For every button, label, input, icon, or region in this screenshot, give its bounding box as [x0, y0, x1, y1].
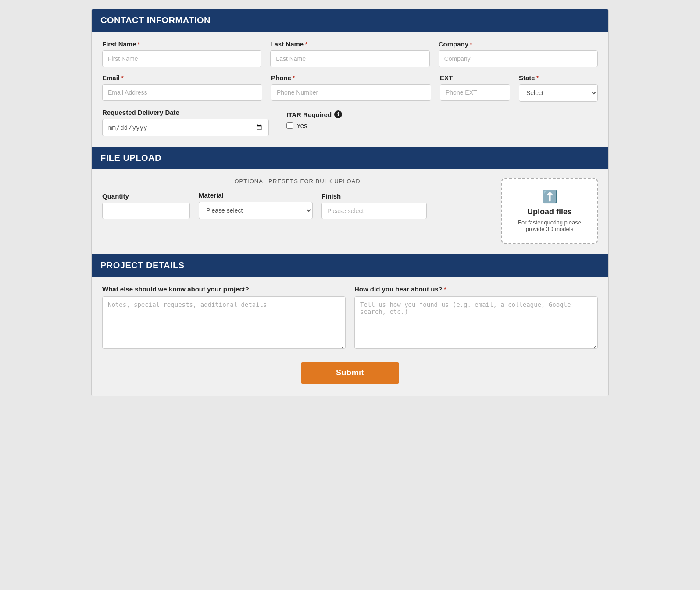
hear-about-label: How did you hear about us?*: [354, 285, 598, 293]
hear-about-group: How did you hear about us?*: [354, 285, 598, 349]
file-upload-section-header: FILE UPLOAD: [92, 147, 608, 169]
quantity-label: Quantity: [102, 192, 190, 200]
presets-row: Quantity Material Please select Aluminum…: [102, 192, 493, 219]
ext-input[interactable]: [440, 84, 510, 101]
email-input[interactable]: [102, 84, 262, 101]
project-row: What else should we know about your proj…: [102, 285, 598, 349]
itar-checkbox-row: Yes: [286, 122, 342, 129]
contact-row-3: Requested Delivery Date ITAR Required ℹ …: [102, 109, 598, 136]
ext-label: EXT: [440, 74, 510, 82]
project-section-title: PROJECT DETAILS: [100, 260, 185, 270]
contact-row-1: First Name* Last Name* Company*: [102, 40, 598, 67]
email-label: Email*: [102, 74, 262, 82]
itar-group: ITAR Required ℹ Yes: [286, 109, 342, 129]
project-section-body: What else should we know about your proj…: [92, 277, 608, 396]
quantity-input[interactable]: [102, 203, 190, 219]
ext-group: EXT: [440, 74, 510, 102]
form-container: CONTACT INFORMATION First Name* Last Nam…: [91, 9, 609, 396]
contact-section-body: First Name* Last Name* Company*: [92, 32, 608, 147]
email-group: Email*: [102, 74, 262, 102]
upload-title: Upload files: [527, 207, 572, 217]
material-group: Material Please select Aluminum Steel Ti…: [199, 192, 313, 219]
itar-yes-label: Yes: [296, 122, 307, 129]
finish-group: Finish: [321, 192, 427, 219]
delivery-date-label: Requested Delivery Date: [102, 109, 269, 116]
presets-divider: OPTIONAL PRESETS FOR BULK UPLOAD: [102, 178, 493, 185]
company-input[interactable]: [439, 50, 598, 67]
project-section-header: PROJECT DETAILS: [92, 254, 608, 277]
first-name-group: First Name*: [102, 40, 261, 67]
quantity-group: Quantity: [102, 192, 190, 219]
last-name-group: Last Name*: [270, 40, 429, 67]
contact-section-title: CONTACT INFORMATION: [100, 15, 211, 25]
submit-button[interactable]: Submit: [301, 362, 399, 384]
itar-info-icon[interactable]: ℹ: [334, 110, 342, 118]
presets-area: OPTIONAL PRESETS FOR BULK UPLOAD Quantit…: [102, 178, 493, 219]
presets-label: OPTIONAL PRESETS FOR BULK UPLOAD: [234, 178, 360, 185]
file-upload-section-body: OPTIONAL PRESETS FOR BULK UPLOAD Quantit…: [92, 169, 608, 254]
delivery-date-group: Requested Delivery Date: [102, 109, 269, 136]
company-group: Company*: [439, 40, 598, 67]
itar-checkbox[interactable]: [286, 122, 293, 129]
state-group: State* Select AL AK AZ CA CO FL GA TX NY: [519, 74, 598, 102]
upload-subtitle: For faster quoting please provide 3D mod…: [509, 219, 590, 232]
finish-label: Finish: [321, 192, 427, 200]
upload-icon: ⬆️: [542, 189, 557, 204]
first-name-label: First Name*: [102, 40, 261, 48]
phone-label: Phone*: [271, 74, 431, 82]
notes-group: What else should we know about your proj…: [102, 285, 346, 349]
last-name-label: Last Name*: [270, 40, 429, 48]
submit-row: Submit: [102, 358, 598, 385]
hear-about-textarea[interactable]: [354, 296, 598, 349]
delivery-date-input[interactable]: [102, 119, 269, 136]
phone-input[interactable]: [271, 84, 431, 101]
finish-input[interactable]: [321, 203, 427, 219]
state-label: State*: [519, 74, 598, 82]
material-label: Material: [199, 192, 313, 199]
phone-group: Phone*: [271, 74, 431, 102]
notes-label: What else should we know about your proj…: [102, 285, 346, 293]
notes-textarea[interactable]: [102, 296, 346, 349]
itar-label-row: ITAR Required ℹ: [286, 110, 342, 118]
last-name-input[interactable]: [270, 50, 429, 67]
itar-label: ITAR Required: [286, 111, 332, 118]
company-label: Company*: [439, 40, 598, 48]
upload-box[interactable]: ⬆️ Upload files For faster quoting pleas…: [501, 178, 598, 244]
file-upload-section-title: FILE UPLOAD: [100, 153, 161, 163]
first-name-input[interactable]: [102, 50, 261, 67]
contact-row-2: Email* Phone* EXT State*: [102, 74, 598, 102]
state-select[interactable]: Select AL AK AZ CA CO FL GA TX NY: [519, 84, 598, 102]
contact-section-header: CONTACT INFORMATION: [92, 9, 608, 32]
material-select[interactable]: Please select Aluminum Steel Titanium Pl…: [199, 202, 313, 219]
